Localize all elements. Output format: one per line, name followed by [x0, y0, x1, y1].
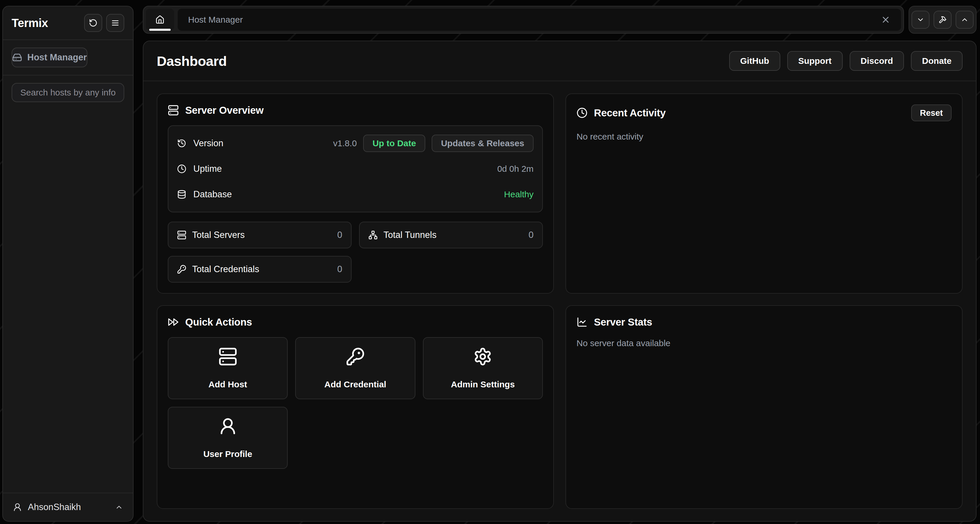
database-icon [177, 190, 186, 199]
chevron-up-icon [961, 16, 969, 24]
menu-icon [111, 19, 119, 27]
add-credential-tile[interactable]: Add Credential [295, 337, 415, 399]
recent-activity-header: Recent Activity Reset [576, 105, 951, 121]
total-tunnels-label: Total Tunnels [383, 230, 437, 240]
server-icon [168, 105, 179, 116]
user-icon [218, 417, 237, 436]
page-title: Dashboard [157, 53, 227, 69]
card-title: Server Overview [185, 105, 264, 116]
database-right: Healthy [504, 189, 533, 199]
server-icon [218, 347, 237, 366]
chart-line-icon [576, 316, 587, 327]
history-icon [177, 139, 186, 148]
hard-drive-icon [12, 52, 22, 62]
chevron-down-icon [916, 16, 924, 24]
clock-icon [576, 107, 587, 118]
user-profile-tile[interactable]: User Profile [168, 407, 288, 469]
server-overview-header: Server Overview [168, 105, 543, 116]
sidebar-nav-section: Host Manager [3, 40, 133, 75]
version-row: Version v1.8.0 Up to Date Updates & Rele… [177, 130, 533, 156]
sidebar-header: Termix [3, 6, 133, 40]
uptime-row: Uptime 0d 0h 2m [177, 156, 533, 182]
up-to-date-badge[interactable]: Up to Date [363, 135, 425, 152]
total-credentials-label: Total Credentials [192, 264, 259, 275]
recent-activity-empty-text: No recent activity [576, 132, 951, 141]
server-stats-card: Server Stats No server data available [565, 305, 963, 509]
main-panel: Dashboard GitHub Support Discord Donate … [143, 41, 977, 522]
admin-settings-tile[interactable]: Admin Settings [423, 337, 543, 399]
version-right: v1.8.0 Up to Date Updates & Releases [333, 135, 533, 152]
sidebar: Termix Host Manager [2, 6, 134, 522]
uptime-label: Uptime [193, 164, 222, 174]
rotate-ccw-icon [89, 19, 97, 27]
dashboard-header: Dashboard GitHub Support Discord Donate [143, 41, 976, 81]
total-servers-value: 0 [337, 230, 342, 240]
hammer-icon [939, 16, 947, 24]
window-controls [908, 6, 977, 34]
total-tunnels-value: 0 [528, 230, 533, 240]
recent-activity-card: Recent Activity Reset No recent activity [565, 94, 963, 294]
sidebar-search-section [3, 75, 133, 110]
card-title: Recent Activity [594, 107, 666, 119]
server-overview-card: Server Overview Version v1.8.0 Up to Dat… [157, 94, 554, 294]
card-title: Server Stats [594, 316, 652, 328]
tab-host-manager[interactable]: Host Manager [178, 9, 901, 31]
total-tunnels-tile[interactable]: Total Tunnels 0 [359, 222, 543, 248]
key-icon [346, 347, 365, 366]
menu-button[interactable] [106, 14, 124, 32]
discord-button[interactable]: Discord [850, 51, 904, 71]
tab-label: Host Manager [188, 15, 243, 25]
user-profile-label: User Profile [203, 449, 252, 459]
total-credentials-tile[interactable]: Total Credentials 0 [168, 256, 352, 283]
tab-home[interactable] [146, 9, 174, 31]
sidebar-header-actions [84, 14, 124, 32]
header-links: GitHub Support Discord Donate [729, 51, 963, 71]
github-button[interactable]: GitHub [729, 51, 780, 71]
key-icon [177, 265, 186, 274]
server-stats-empty-text: No server data available [576, 338, 951, 348]
close-icon[interactable] [881, 15, 891, 25]
add-host-tile[interactable]: Add Host [168, 337, 288, 399]
uptime-value: 0d 0h 2m [497, 164, 533, 174]
total-credentials-value: 0 [337, 264, 342, 275]
sidebar-spacer [3, 110, 133, 493]
updates-releases-button[interactable]: Updates & Releases [432, 135, 533, 152]
version-value: v1.8.0 [333, 138, 357, 148]
search-input[interactable] [12, 83, 124, 102]
admin-settings-label: Admin Settings [451, 380, 515, 389]
quick-actions-grid: Add Host Add Credential Admin Settings [168, 337, 543, 469]
reset-button[interactable]: Reset [911, 105, 951, 121]
support-button[interactable]: Support [787, 51, 843, 71]
database-status: Healthy [504, 189, 533, 199]
card-title: Quick Actions [185, 316, 252, 328]
dashboard-content: Server Overview Version v1.8.0 Up to Dat… [143, 81, 976, 521]
collapse-down-button[interactable] [912, 11, 929, 29]
donate-button[interactable]: Donate [911, 51, 963, 71]
sidebar-item-host-manager[interactable]: Host Manager [12, 48, 88, 67]
status-panel: Version v1.8.0 Up to Date Updates & Rele… [168, 125, 543, 213]
gear-icon [473, 347, 492, 366]
add-credential-label: Add Credential [324, 380, 386, 389]
totals-grid: Total Servers 0 Total Tunnels 0 Total Cr… [168, 222, 543, 283]
fast-forward-icon [168, 316, 179, 327]
sidebar-item-label: Host Manager [27, 52, 87, 63]
network-icon [368, 230, 378, 240]
server-icon [177, 230, 186, 240]
user-menu[interactable]: AhsonShaikh [3, 493, 133, 521]
user-name: AhsonShaikh [28, 502, 81, 512]
tools-button[interactable] [934, 11, 951, 29]
user-icon [13, 503, 22, 512]
add-host-label: Add Host [208, 380, 247, 389]
chevron-up-icon [115, 503, 123, 511]
tab-bar: Host Manager [143, 6, 904, 34]
refresh-button[interactable] [84, 14, 102, 32]
quick-actions-card: Quick Actions Add Host Add Credential [157, 305, 554, 509]
uptime-right: 0d 0h 2m [497, 164, 533, 174]
quick-actions-header: Quick Actions [168, 316, 543, 328]
app-title: Termix [12, 16, 48, 30]
collapse-up-button[interactable] [956, 11, 974, 29]
clock-icon [177, 164, 186, 173]
total-servers-tile[interactable]: Total Servers 0 [168, 222, 352, 248]
version-label: Version [193, 138, 223, 149]
database-row: Database Healthy [177, 182, 533, 207]
